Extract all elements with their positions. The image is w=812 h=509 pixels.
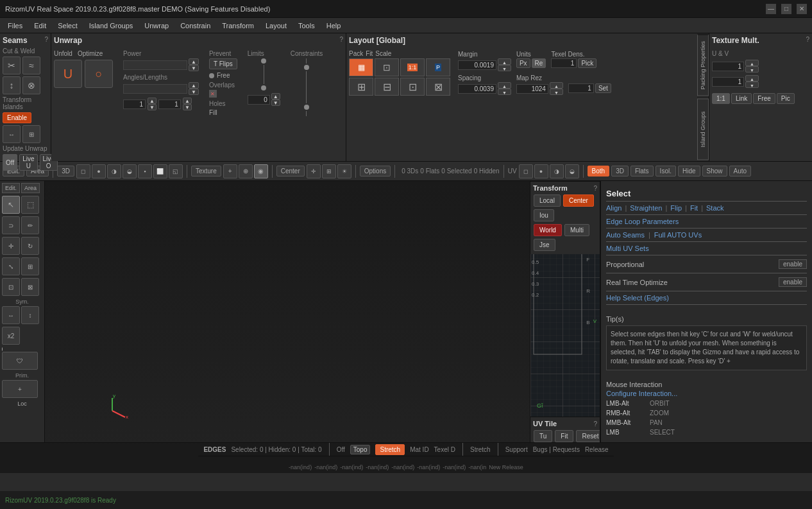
straighten-link[interactable]: Straighten xyxy=(630,204,662,212)
menu-layout[interactable]: Layout xyxy=(260,21,292,31)
stack-link[interactable]: Stack xyxy=(706,204,724,212)
set-button[interactable]: Set xyxy=(595,83,611,93)
free-button[interactable]: Free xyxy=(753,93,775,104)
shield-tool[interactable]: 🛡 xyxy=(2,352,38,370)
shading-icon5[interactable]: ▪ xyxy=(138,164,152,178)
spacing-up[interactable]: ▲ xyxy=(498,82,511,89)
spacing-down[interactable]: ▼ xyxy=(498,89,511,95)
transform-help[interactable]: ? xyxy=(593,185,597,192)
spacing-input[interactable] xyxy=(458,84,496,94)
multi-button[interactable]: Multi xyxy=(564,224,589,236)
re-button[interactable]: Re xyxy=(532,58,546,68)
scale-icon3[interactable]: ⊡ xyxy=(400,78,425,96)
jse-button[interactable]: Jse xyxy=(534,239,555,251)
flip-link[interactable]: Flip xyxy=(670,204,682,212)
world-button[interactable]: World xyxy=(534,224,562,236)
pic-button[interactable]: Pic xyxy=(777,93,795,104)
link-tool[interactable]: ⊞ xyxy=(21,257,39,275)
uv-shade2[interactable]: ● xyxy=(534,164,548,178)
margin-up[interactable]: ▲ xyxy=(498,58,511,65)
center-button[interactable]: Center xyxy=(276,166,305,177)
cut-icon[interactable]: ✂ xyxy=(3,56,21,74)
off-button[interactable]: Off xyxy=(3,154,17,171)
3d-button[interactable]: 3D xyxy=(57,166,74,177)
packing-properties-tab[interactable]: Packing Properties xyxy=(697,35,709,96)
texmult-input2[interactable] xyxy=(712,77,744,87)
proportional-enable[interactable]: enable xyxy=(779,259,807,269)
menu-constrain[interactable]: Constrain xyxy=(175,21,216,31)
maprez-up[interactable]: ▲ xyxy=(550,82,563,89)
menu-files[interactable]: Files xyxy=(3,21,28,31)
power-up[interactable]: ▲ xyxy=(189,58,199,65)
lasso-tool[interactable]: ⊃ xyxy=(2,216,20,234)
pack-icon2[interactable]: ⊡ xyxy=(375,58,399,76)
tex-icon1[interactable]: + xyxy=(223,164,237,178)
move-tool[interactable]: ✛ xyxy=(2,237,20,255)
power-down[interactable]: ▼ xyxy=(189,65,199,71)
uv-viewport[interactable]: 1.21.10.90.80.70.60.50.40.30.2 BLFRB V U… xyxy=(530,181,600,460)
distribute-tool[interactable]: ⊡ xyxy=(2,278,20,296)
scale-icon1[interactable]: 1:1 xyxy=(400,58,425,76)
n1-up[interactable]: ▲ xyxy=(148,98,156,104)
margin-down[interactable]: ▼ xyxy=(498,65,511,71)
texture-button[interactable]: Texture xyxy=(191,166,221,177)
num2-input[interactable] xyxy=(158,99,181,109)
seam-extra1[interactable]: ↔ xyxy=(3,125,21,143)
isol-button[interactable]: Isol. xyxy=(656,166,676,177)
unwrap-help[interactable]: ? xyxy=(339,36,343,43)
move-icon[interactable]: ↕ xyxy=(3,76,21,94)
hide-button[interactable]: Hide xyxy=(678,166,700,177)
n1-down[interactable]: ▼ xyxy=(148,104,156,110)
help-select-link[interactable]: Help Select (Edges) xyxy=(606,294,669,302)
rotate-tool[interactable]: ↻ xyxy=(21,237,39,255)
shading-icon6[interactable]: ⬜ xyxy=(153,164,167,178)
menu-transform[interactable]: Transform xyxy=(217,21,259,31)
uv-shade3[interactable]: ◑ xyxy=(550,164,564,178)
scale-tool[interactable]: ⤡ xyxy=(2,257,20,275)
tm2-up[interactable]: ▲ xyxy=(745,75,759,82)
menu-unwrap[interactable]: Unwrap xyxy=(139,21,174,31)
tm1-up[interactable]: ▲ xyxy=(745,60,759,66)
weld-icon[interactable]: ≈ xyxy=(22,56,40,74)
fit-icon2[interactable]: ⊟ xyxy=(375,78,399,96)
texture-help[interactable]: ? xyxy=(806,36,809,43)
menu-help[interactable]: Help xyxy=(321,21,346,31)
both-button[interactable]: Both xyxy=(588,166,610,177)
area-mode[interactable]: Area xyxy=(21,183,40,193)
center-icon2[interactable]: ⊞ xyxy=(322,164,336,178)
scale-icon4[interactable]: ⊠ xyxy=(426,78,450,96)
realtime-enable[interactable]: enable xyxy=(779,277,807,287)
auto-button[interactable]: Auto xyxy=(729,166,752,177)
topo-button[interactable]: Topo xyxy=(350,445,371,454)
shading-icon7[interactable]: ◱ xyxy=(169,164,183,178)
pick-button[interactable]: Pick xyxy=(578,58,596,68)
link-button[interactable]: Link xyxy=(731,93,752,104)
px-button[interactable]: Px xyxy=(516,58,530,68)
t-flips-button[interactable]: T Flips xyxy=(209,58,237,69)
maprez-down[interactable]: ▼ xyxy=(550,89,563,95)
flats-button[interactable]: Flats xyxy=(630,166,654,177)
uv-shade1[interactable]: ◻ xyxy=(519,164,533,178)
shading-icon3[interactable]: ◑ xyxy=(107,164,121,178)
enable-button[interactable]: Enable xyxy=(3,112,31,123)
tu-button[interactable]: Tu xyxy=(534,430,552,442)
align-tool[interactable]: ⊠ xyxy=(21,278,39,296)
texmult-input1[interactable] xyxy=(712,62,744,71)
show-button[interactable]: Show xyxy=(702,166,727,177)
n2-down[interactable]: ▼ xyxy=(183,104,192,110)
fit-link[interactable]: Fit xyxy=(690,204,698,212)
menu-island-groups[interactable]: Island Groups xyxy=(84,21,138,31)
seam-extra2[interactable]: ⊞ xyxy=(22,125,40,143)
menu-tools[interactable]: Tools xyxy=(293,21,320,31)
margin-input[interactable] xyxy=(458,60,496,70)
3d-viewport[interactable]: y x xyxy=(45,181,530,460)
texel-input2[interactable] xyxy=(568,83,594,93)
center-icon3[interactable]: ☀ xyxy=(337,164,351,178)
edge-loop-link[interactable]: Edge Loop Parameters xyxy=(606,218,679,225)
full-auto-link[interactable]: Full AUTO UVs xyxy=(654,231,702,239)
optimize-icon[interactable]: ○ xyxy=(85,60,113,88)
configure-link[interactable]: Configure Interaction... xyxy=(606,390,677,397)
angles-down[interactable]: ▼ xyxy=(189,89,199,95)
uv-shade4[interactable]: ◒ xyxy=(565,164,579,178)
multi-uv-link[interactable]: Multi UV Sets xyxy=(606,245,649,252)
